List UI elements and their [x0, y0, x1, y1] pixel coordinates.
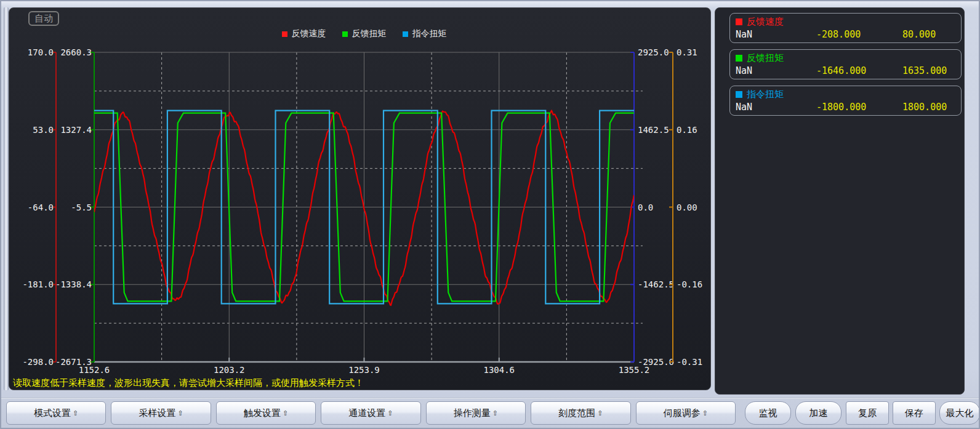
axis-tick-label: 0.00 — [677, 202, 697, 212]
axis-tick-label: 1327.4 — [60, 125, 92, 135]
expand-up-icon: ⇧ — [73, 409, 78, 417]
x-axis-labels: 1152.61203.21253.91304.61355.2 — [79, 365, 650, 375]
channel-info-panel: 反馈速度 NaN -208.000 80.000 反馈扭矩 NaN -1646.… — [715, 7, 965, 395]
x-tick-label: 1203.2 — [214, 365, 245, 375]
axis-tick-label: 1462.5 — [638, 125, 669, 135]
restore-button[interactable]: 复原 — [846, 401, 889, 425]
axis-tick-label: 0.16 — [677, 125, 697, 135]
menu-button-sampling-settings[interactable]: 采样设置⇧ — [111, 401, 211, 425]
x-tick-label: 1355.2 — [619, 365, 650, 375]
channel-values: NaN -1800.000 1800.000 — [730, 102, 961, 114]
oscilloscope-plot: 170.053.0-64.0-181.0-298.02660.31327.4-5… — [9, 8, 710, 390]
x-tick-label: 1304.6 — [483, 365, 515, 375]
axis-tick-label: 53.0 — [33, 125, 54, 135]
channel-current-value: NaN — [736, 102, 752, 113]
expand-up-icon: ⇧ — [597, 409, 603, 417]
command-torque-swatch-icon — [736, 91, 742, 98]
feedback-speed-swatch-icon — [736, 18, 742, 25]
expand-up-icon: ⇧ — [178, 409, 183, 417]
axis-tick-label: -64.0 — [28, 202, 54, 212]
axis-tick-label: -1338.4 — [55, 279, 92, 289]
axis-tick-label: -298.0 — [22, 357, 54, 367]
channel-title: 指令扭矩 — [736, 89, 784, 100]
left-splitter-handle[interactable] — [4, 7, 9, 390]
channel-max-value: 1635.000 — [902, 65, 947, 76]
servo-scope-window: { "chart": { "auto_button": "自动", "warni… — [0, 0, 980, 429]
channel-title: 反馈速度 — [736, 16, 784, 28]
menu-button-mode-settings[interactable]: 模式设置⇧ — [6, 401, 106, 425]
sampling-warning-text: 读取速度低于采样速度，波形出现失真，请尝试增大采样间隔，或使用触发采样方式！ — [13, 377, 364, 389]
axis-tick-label: 170.0 — [28, 47, 54, 57]
axis-tick-label: 2660.3 — [60, 47, 92, 57]
expand-up-icon: ⇧ — [492, 409, 498, 417]
feedback-torque-swatch-icon — [736, 55, 742, 62]
bottom-menu-bar: 模式设置⇧ 采样设置⇧ 触发设置⇧ 通道设置⇧ 操作测量⇧ 刻度范围⇧ 伺服调参… — [6, 401, 736, 425]
channel-current-value: NaN — [736, 65, 752, 76]
channel-name: 反馈速度 — [747, 16, 784, 28]
axis-tick-label: -5.5 — [71, 202, 92, 212]
plot-grid — [94, 52, 643, 362]
channel-min-value: -208.000 — [816, 29, 861, 40]
channel-title: 反馈扭矩 — [736, 52, 784, 64]
channel-card-command-torque[interactable]: 指令扭矩 NaN -1800.000 1800.000 — [729, 86, 962, 116]
channel-name: 指令扭矩 — [747, 89, 784, 100]
expand-up-icon: ⇧ — [702, 409, 708, 417]
axis-tick-label: 0.0 — [638, 202, 653, 212]
menu-button-servo-tuning[interactable]: 伺服调参⇧ — [636, 401, 736, 425]
toolbar-separator — [1, 398, 980, 399]
channel-min-value: -1800.000 — [816, 102, 866, 113]
x-tick-label: 1152.6 — [79, 365, 110, 375]
expand-up-icon: ⇧ — [387, 409, 393, 417]
x-tick-label: 1253.9 — [348, 365, 380, 375]
channel-card-feedback-torque[interactable]: 反馈扭矩 NaN -1646.000 1635.000 — [729, 49, 962, 79]
channel-min-value: -1646.000 — [816, 65, 866, 76]
save-button[interactable]: 保存 — [893, 401, 936, 425]
axis-tick-label: 0.31 — [677, 47, 697, 57]
channel-card-feedback-speed[interactable]: 反馈速度 NaN -208.000 80.000 — [729, 13, 962, 43]
axis-tick-label: 2925.0 — [638, 47, 669, 57]
expand-up-icon: ⇧ — [283, 409, 288, 417]
maximize-button[interactable]: 最大化 — [939, 401, 980, 425]
menu-button-channel-settings[interactable]: 通道设置⇧ — [321, 401, 420, 425]
menu-button-operate-measure[interactable]: 操作测量⇧ — [426, 401, 526, 425]
channel-current-value: NaN — [736, 29, 752, 40]
menu-button-scale-range[interactable]: 刻度范围⇧ — [531, 401, 630, 425]
chart-panel: 自动 反馈速度 反馈扭矩 指令扭矩 170.053.0-64.0-181.0-2… — [9, 7, 711, 390]
monitor-button[interactable]: 监视 — [745, 401, 791, 425]
axis-tick-label: -0.16 — [677, 279, 702, 289]
axis-tick-label: -181.0 — [22, 279, 54, 289]
channel-max-value: 1800.000 — [902, 102, 947, 113]
channel-values: NaN -208.000 80.000 — [730, 29, 961, 41]
menu-button-trigger-settings[interactable]: 触发设置⇧ — [216, 401, 316, 425]
channel-name: 反馈扭矩 — [747, 52, 784, 64]
axis-tick-label: -1462.5 — [638, 279, 674, 289]
channel-max-value: 80.000 — [902, 29, 936, 40]
channel-values: NaN -1646.000 1635.000 — [730, 65, 961, 78]
speedup-button[interactable]: 加速 — [795, 401, 841, 425]
axis-tick-label: -0.31 — [677, 357, 702, 367]
